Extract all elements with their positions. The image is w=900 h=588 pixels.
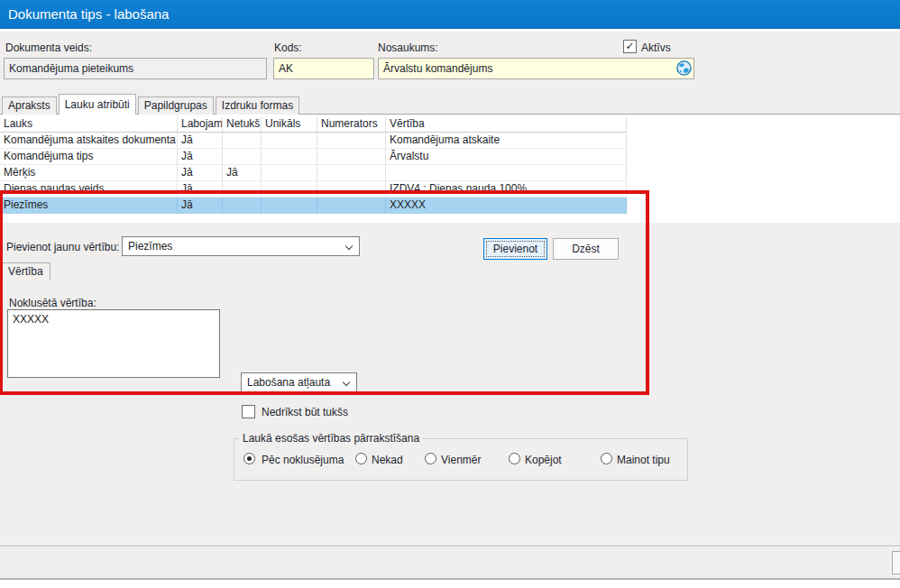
column-header[interactable]: Vērtība <box>386 116 627 133</box>
cell-vertiba <box>386 165 627 181</box>
radio-label[interactable]: Pēc noklusējuma <box>262 454 344 466</box>
cell-labojam: Jā <box>178 198 223 214</box>
partial-button[interactable] <box>892 551 900 574</box>
default-value-textarea[interactable]: XXXXX <box>7 309 220 378</box>
cell-netuks: Jā <box>223 165 262 181</box>
cell-vertiba: IZDV4 : Dienas nauda 100% <box>386 181 627 198</box>
cell-unikals <box>262 149 317 165</box>
name-field[interactable]: Ārvalstu komandējums <box>378 58 694 79</box>
name-label: Nosaukums: <box>378 41 438 54</box>
cell-vertiba: XXXXX <box>386 198 627 214</box>
window-title: Dokumenta tips - labošana <box>8 6 169 22</box>
cell-numerators <box>317 198 386 214</box>
checkmark-icon: ✓ <box>625 40 634 52</box>
cell-lauks: Dienas naudas veids <box>0 181 178 198</box>
table-row[interactable]: Komandējuma tips Jā Ārvalstu <box>0 149 627 165</box>
not-empty-checkbox-label: Nedrīkst būt tukšs <box>262 406 348 418</box>
tab-papildgrupas[interactable]: Papildgrupas <box>138 96 214 115</box>
cell-unikals <box>262 165 317 181</box>
radio-label[interactable]: Mainot tipu <box>617 454 670 466</box>
radio-nekad[interactable] <box>355 453 367 464</box>
radio-mainot-tipu[interactable] <box>601 453 612 464</box>
tab-izdruku-formas[interactable]: Izdruku formas <box>216 96 299 115</box>
table-zone: Lauks Labojam Netukš Unikāls Numerators … <box>0 115 900 223</box>
tab-apraksts[interactable]: Apraksts <box>2 96 57 115</box>
column-header[interactable]: Numerators <box>317 116 386 133</box>
cell-netuks <box>223 149 262 165</box>
cell-numerators <box>317 181 386 198</box>
tab-vertiba[interactable]: Vērtība <box>1 262 51 280</box>
table-row[interactable]: Dienas naudas veids Jā IZDV4 : Dienas na… <box>0 181 627 198</box>
edit-allowed-dropdown[interactable]: Labošana atļauta <box>241 372 357 392</box>
cell-netuks <box>223 181 262 198</box>
radio-label[interactable]: Nekad <box>372 454 403 466</box>
globe-icon[interactable] <box>676 60 692 79</box>
not-empty-checkbox[interactable] <box>242 405 255 418</box>
add-value-dropdown[interactable]: Piezīmes <box>122 236 360 256</box>
cell-lauks: Komandējuma tips <box>0 149 178 165</box>
cell-lauks: Komandējuma atskaites dokumenta t <box>0 133 178 149</box>
radio-label[interactable]: Kopējot <box>525 454 562 466</box>
dzest-button[interactable]: Dzēst <box>553 238 619 260</box>
add-value-dropdown-value: Piezīmes <box>128 240 172 253</box>
edit-allowed-dropdown-value: Labošana atļauta <box>247 376 330 389</box>
table-header-row: Lauks Labojam Netukš Unikāls Numerators … <box>0 116 627 133</box>
status-bar <box>0 547 900 578</box>
code-field[interactable]: AK <box>273 58 374 79</box>
fields-table: Lauks Labojam Netukš Unikāls Numerators … <box>0 116 627 214</box>
cell-netuks <box>223 198 262 214</box>
column-header[interactable]: Unikāls <box>262 116 317 133</box>
tab-strip: Apraksts Lauku atribūti Papildgrupas Izd… <box>2 94 301 115</box>
cell-lauks: Mērķis <box>0 165 178 181</box>
radio-vienmer[interactable] <box>425 453 436 464</box>
overwrite-group-title: Laukā esošas vērtības pārrakstīšana <box>239 432 423 445</box>
cell-labojam: Jā <box>178 149 223 165</box>
cell-unikals <box>262 133 317 149</box>
active-checkbox-label: Aktīvs <box>641 41 671 54</box>
title-bar[interactable]: Dokumenta tips - labošana <box>0 0 900 29</box>
cell-lauks: Piezīmes <box>0 198 178 214</box>
cell-numerators <box>317 165 386 181</box>
code-label: Kods: <box>274 41 302 54</box>
active-checkbox[interactable]: ✓ <box>623 40 637 53</box>
add-value-label: Pievienot jaunu vērtību: <box>6 241 119 253</box>
radio-pec-noklusejuma[interactable] <box>243 453 255 464</box>
doc-type-field[interactable]: Komandējuma pieteikums <box>4 58 267 79</box>
cell-unikals <box>262 181 317 198</box>
chevron-down-icon <box>345 243 353 250</box>
radio-kopejot[interactable] <box>509 453 520 464</box>
column-header[interactable]: Labojam <box>178 116 223 133</box>
cell-labojam: Jā <box>178 181 223 198</box>
cell-unikals <box>262 198 317 214</box>
cell-numerators <box>317 133 386 149</box>
cell-netuks <box>223 133 262 149</box>
tab-lauku-atributi[interactable]: Lauku atribūti <box>59 94 136 115</box>
table-row[interactable]: Mērķis Jā Jā <box>0 165 627 181</box>
radio-label[interactable]: Vienmēr <box>441 454 481 466</box>
dialog-window: Dokumenta tips - labošana Dokumenta veid… <box>0 0 900 588</box>
cell-labojam: Jā <box>178 133 223 149</box>
column-header[interactable]: Lauks <box>0 116 178 133</box>
bottom-white-strip <box>0 580 900 588</box>
column-header[interactable]: Netukš <box>223 116 262 133</box>
chevron-down-icon <box>343 379 350 386</box>
table-row-selected[interactable]: Piezīmes Jā XXXXX <box>0 198 627 214</box>
pievienot-button[interactable]: Pievienot <box>483 238 547 260</box>
doc-type-label: Dokumenta veids: <box>5 41 92 54</box>
cell-vertiba: Komandējuma atskaite <box>386 133 627 149</box>
default-value-label: Noklusētā vērtība: <box>9 297 96 309</box>
cell-numerators <box>317 149 386 165</box>
cell-vertiba: Ārvalstu <box>386 149 627 165</box>
table-row[interactable]: Komandējuma atskaites dokumenta t Jā Kom… <box>0 133 627 149</box>
cell-labojam: Jā <box>178 165 223 181</box>
